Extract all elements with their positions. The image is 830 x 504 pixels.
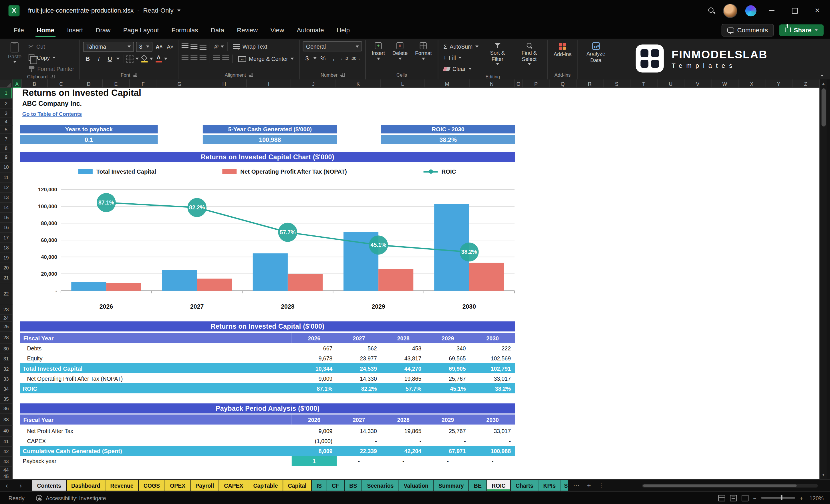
row-header-15[interactable]: 15 <box>0 213 12 223</box>
zoom-slider[interactable] <box>761 497 795 499</box>
decrease-indent-icon[interactable] <box>213 56 220 62</box>
menu-data[interactable]: Data <box>204 21 230 39</box>
cell-payback-year-2029[interactable]: - <box>425 456 470 466</box>
cell-net-operating-profit-after-tax-nopat--2030[interactable]: 33,017 <box>470 373 515 383</box>
column-header-K[interactable]: K <box>336 80 380 88</box>
horizontal-scroll-thumb[interactable] <box>643 484 797 487</box>
row-header-31[interactable]: 31 <box>0 354 12 364</box>
row-header-8[interactable]: 8 <box>0 145 12 153</box>
row-header-4[interactable]: 4 <box>0 118 12 126</box>
vertical-scrollbar[interactable] <box>820 80 827 479</box>
align-top-icon[interactable] <box>182 43 189 50</box>
cell-cumulative-cash-generated-spent--2027[interactable]: 22,339 <box>337 446 381 456</box>
cell-capex-2026[interactable]: (1,000) <box>292 436 337 446</box>
user-avatar[interactable] <box>723 3 737 18</box>
row-header-32[interactable]: 32 <box>0 364 12 374</box>
sheet-tab-bs[interactable]: BS <box>345 480 362 491</box>
maximize-button[interactable] <box>787 3 802 18</box>
accounting-format-button[interactable] <box>303 54 312 63</box>
column-header-U[interactable]: U <box>658 80 684 88</box>
tab-scroll-left-icon[interactable] <box>0 481 14 490</box>
cell-equity-2028[interactable]: 43,817 <box>381 353 425 363</box>
fill-color-icon[interactable] <box>141 55 148 62</box>
sheet-tab-scenarios[interactable]: Scenarios <box>362 480 398 491</box>
row-header-24[interactable]: 24 <box>0 315 12 322</box>
page-layout-view-icon[interactable] <box>730 495 737 501</box>
menu-automate[interactable]: Automate <box>290 21 330 39</box>
column-header-Z[interactable]: Z <box>793 80 820 88</box>
column-header-H[interactable]: H <box>202 80 247 88</box>
cell-debts-2027[interactable]: 562 <box>337 343 381 353</box>
row-header-11[interactable]: 11 <box>0 172 12 183</box>
column-header-C[interactable]: C <box>48 80 75 88</box>
sheet-tab-captable[interactable]: CapTable <box>249 480 283 491</box>
cell-roic-2030[interactable]: 38.2% <box>470 383 515 393</box>
increase-indent-icon[interactable] <box>222 56 229 62</box>
align-right-icon[interactable] <box>200 56 206 62</box>
row-header-13[interactable]: 13 <box>0 193 12 203</box>
cell-cumulative-cash-generated-spent--2026[interactable]: 8,009 <box>292 446 337 456</box>
italic-button[interactable] <box>94 54 103 63</box>
column-header-N[interactable]: N <box>470 80 514 88</box>
excel-app-icon[interactable] <box>8 5 20 16</box>
cell-cumulative-cash-generated-spent--2029[interactable]: 67,971 <box>425 446 470 456</box>
copilot-sphere-icon[interactable] <box>745 5 757 16</box>
share-button[interactable]: Share <box>779 24 824 36</box>
grid-layer[interactable]: Returns on Invested Capital ABC Company … <box>12 88 820 479</box>
sheet-tab-kpis[interactable]: KPIs <box>539 480 561 491</box>
row-header-40[interactable]: 40 <box>0 426 12 437</box>
sheet-tab-opex[interactable]: OPEX <box>165 480 190 491</box>
cell-equity-2029[interactable]: 69,565 <box>425 353 470 363</box>
column-header-R[interactable]: R <box>576 80 603 88</box>
cell-total-invested-capital-2030[interactable]: 102,791 <box>470 363 515 373</box>
cell-net-operating-profit-after-tax-nopat--2027[interactable]: 14,330 <box>337 373 381 383</box>
search-icon[interactable] <box>708 7 715 14</box>
sheet-tab-contents[interactable]: Contents <box>32 480 66 491</box>
row-header-16[interactable]: 16 <box>0 223 12 233</box>
menu-view[interactable]: View <box>264 21 290 39</box>
row-header-5[interactable]: 5 <box>0 126 12 134</box>
font-size-select[interactable]: 8 <box>136 41 153 52</box>
cell-debts-2026[interactable]: 667 <box>292 343 337 353</box>
cell-total-invested-capital-2027[interactable]: 24,539 <box>337 363 381 373</box>
add-sheet-button[interactable] <box>587 481 591 490</box>
bold-button[interactable] <box>83 54 92 63</box>
cell-debts-2028[interactable]: 453 <box>381 343 425 353</box>
vertical-scroll-thumb[interactable] <box>821 88 825 126</box>
row-header-45[interactable]: 45 <box>0 473 12 480</box>
row-header-41[interactable]: 41 <box>0 437 12 447</box>
row-header-42[interactable]: 42 <box>0 447 12 457</box>
column-header-S[interactable]: S <box>604 80 630 88</box>
row-header-12[interactable]: 12 <box>0 183 12 193</box>
column-header-G[interactable]: G <box>157 80 202 88</box>
tab-menu-button[interactable] <box>598 482 604 489</box>
zoom-slider-thumb[interactable] <box>781 495 783 501</box>
font-dialog-launcher-icon[interactable] <box>133 73 137 77</box>
cell-net-operating-profit-after-tax-nopat--2029[interactable]: 25,767 <box>425 373 470 383</box>
cell-net-operating-profit-after-tax-nopat--2028[interactable]: 19,865 <box>381 373 425 383</box>
minimize-button[interactable] <box>765 3 779 18</box>
sheet-tab-dashboard[interactable]: Dashboard <box>66 480 105 491</box>
cell-capex-2028[interactable]: - <box>381 436 425 446</box>
column-header-E[interactable]: E <box>103 80 130 88</box>
page-break-view-icon[interactable] <box>741 495 748 501</box>
column-header-Y[interactable]: Y <box>765 80 792 88</box>
cell-capex-2027[interactable]: - <box>337 436 381 446</box>
row-header-35[interactable]: 35 <box>0 395 12 404</box>
comments-button[interactable]: Comments <box>721 24 774 36</box>
scroll-down-icon[interactable] <box>822 471 825 478</box>
row-header-33[interactable]: 33 <box>0 374 12 384</box>
row-header-7[interactable]: 7 <box>0 134 12 145</box>
cell-net-profit-after-tax-2027[interactable]: 14,330 <box>337 426 381 436</box>
column-header-X[interactable]: X <box>738 80 765 88</box>
accessibility-status[interactable]: Accessibility: Investigate <box>46 495 106 501</box>
addins-button[interactable]: Add-ins <box>551 41 574 58</box>
cut-button[interactable]: Cut <box>26 41 76 51</box>
increase-font-size-button[interactable] <box>154 42 163 51</box>
align-left-icon[interactable] <box>182 56 189 62</box>
cell-net-profit-after-tax-2026[interactable]: 9,009 <box>292 426 337 436</box>
sort-filter-button[interactable]: Sort & Filter <box>482 41 512 66</box>
sheet-tab-roic[interactable]: ROIC <box>487 480 510 491</box>
row-header-1[interactable]: 1 <box>0 88 12 99</box>
column-header-T[interactable]: T <box>630 80 657 88</box>
